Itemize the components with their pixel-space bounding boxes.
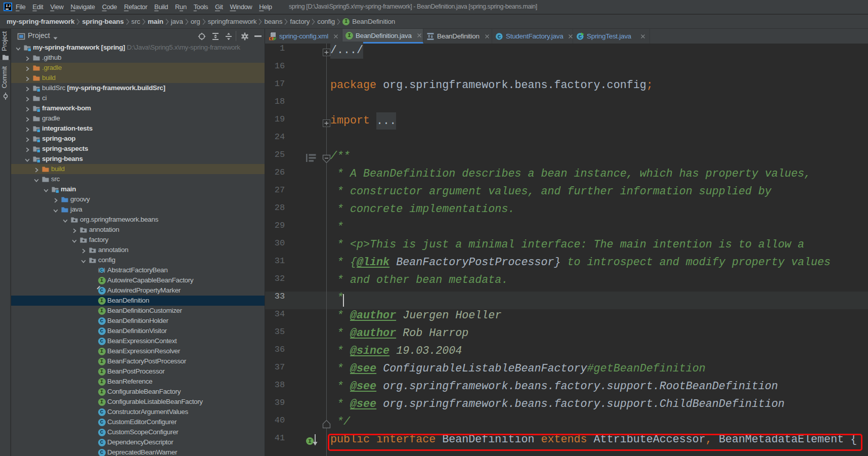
svg-text:C: C bbox=[100, 268, 103, 273]
svg-text:C: C bbox=[497, 34, 501, 40]
